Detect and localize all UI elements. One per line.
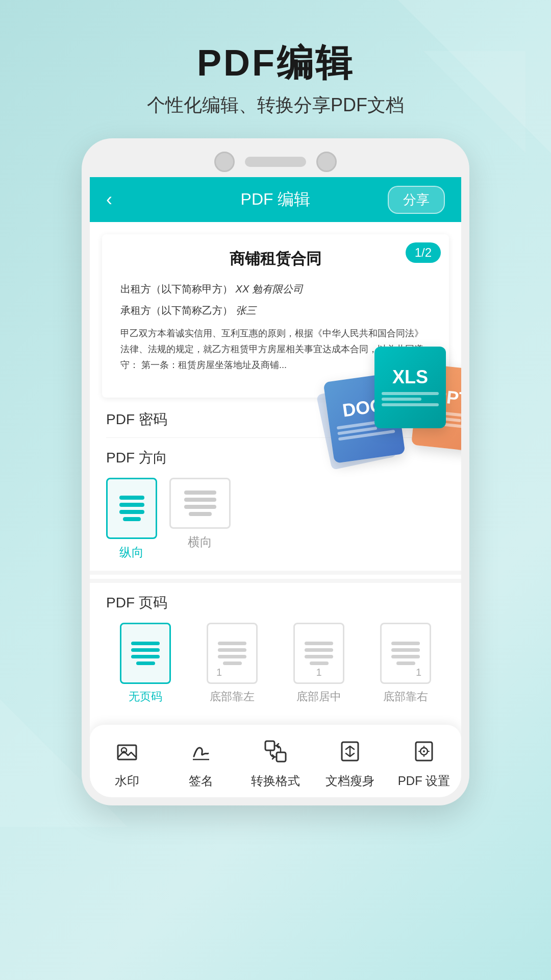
portrait-label: 纵向 (119, 544, 144, 560)
share-button[interactable]: 分享 (388, 186, 445, 214)
pagecode-bottom-left[interactable]: 1 底部靠左 (193, 623, 271, 704)
main-title: PDF编辑 (0, 41, 551, 85)
orient-line-p1 (119, 496, 144, 500)
phone-camera-left (214, 152, 235, 172)
doc-line-1-prefix: 出租方（以下简称甲方） (120, 283, 233, 295)
bottom-toolbar: 水印 签名 (90, 725, 461, 797)
toolbar-compress[interactable]: 文档瘦身 (313, 735, 387, 789)
file-label-xls: XLS (392, 366, 428, 388)
convert-icon (259, 735, 292, 768)
num-badge-br: 1 (416, 667, 421, 678)
watermark-icon (111, 735, 143, 768)
pc-line-bl2 (218, 648, 246, 652)
orient-line-p2 (119, 503, 144, 507)
pagecode-br-icon: 1 (380, 623, 431, 684)
pagecode-options: 无页码 1 底部靠左 (106, 623, 445, 704)
pc-line-n4 (136, 662, 155, 665)
pc-line-bl1 (218, 642, 246, 645)
num-badge-bc: 1 (316, 667, 321, 678)
file-line-xls-2 (382, 398, 421, 401)
back-button[interactable]: ‹ (106, 189, 112, 210)
app-header-bar: ‹ PDF 编辑 分享 (90, 177, 461, 222)
page-badge: 1/2 (406, 242, 441, 263)
sub-title: 个性化编辑、转换分享PDF文档 (0, 93, 551, 118)
orient-line-l3 (184, 505, 216, 509)
doc-title: 商铺租赁合同 (120, 249, 431, 270)
file-formats-container: DOC XLS (329, 347, 461, 489)
settings-icon (408, 735, 440, 768)
orient-line-p3 (119, 510, 144, 514)
pagecode-section: PDF 页码 无页码 (90, 579, 461, 717)
pc-line-br3 (391, 655, 420, 658)
pc-line-n1 (131, 642, 160, 645)
app-bar-title: PDF 编辑 (241, 188, 311, 211)
doc-line-1: 出租方（以下简称甲方） XX 勉有限公司 (120, 280, 431, 298)
pagecode-none-label: 无页码 (129, 689, 162, 704)
phone-camera-right (316, 152, 337, 172)
pc-line-bl3 (218, 655, 246, 658)
pagecode-title: PDF 页码 (106, 593, 445, 612)
pagecode-bottom-right[interactable]: 1 底部靠右 (366, 623, 445, 704)
pc-line-n2 (131, 648, 160, 652)
pagecode-bottom-center[interactable]: 1 底部居中 (280, 623, 358, 704)
pc-line-br4 (396, 662, 415, 665)
pc-line-n3 (131, 655, 160, 658)
pagecode-bc-label: 底部居中 (296, 689, 341, 704)
toolbar-settings[interactable]: PDF 设置 (387, 735, 461, 789)
doc-line-2: 承租方（以下简称乙方） 张三 (120, 301, 431, 320)
pc-line-br1 (391, 642, 420, 645)
orientation-options: 纵向 横向 (106, 478, 445, 560)
file-lines-xls (382, 392, 439, 409)
settings-label: PDF 设置 (398, 773, 450, 789)
toolbar-items: 水印 签名 (90, 735, 461, 789)
pagecode-br-label: 底部靠右 (383, 689, 428, 704)
pc-line-bl4 (223, 662, 242, 665)
watermark-label: 水印 (115, 773, 139, 789)
pagecode-bc-icon: 1 (293, 623, 344, 684)
pc-line-bc2 (305, 648, 333, 652)
portrait-icon (106, 478, 157, 539)
landscape-icon (169, 478, 231, 529)
pagecode-none-icon (120, 623, 171, 684)
header-section: PDF编辑 个性化编辑、转换分享PDF文档 (0, 0, 551, 138)
pagecode-bl-label: 底部靠左 (210, 689, 255, 704)
pc-line-bc3 (305, 655, 333, 658)
convert-label: 转换格式 (251, 773, 300, 789)
orient-line-l4 (189, 512, 212, 516)
doc-line-2-value: 张三 (236, 305, 256, 316)
compress-label: 文档瘦身 (325, 773, 374, 789)
toolbar-signature[interactable]: 签名 (164, 735, 239, 789)
phone-notch (90, 146, 461, 177)
svg-rect-3 (265, 741, 274, 750)
orientation-portrait[interactable]: 纵向 (106, 478, 157, 560)
phone-screen: ‹ PDF 编辑 分享 1/2 商铺租赁合同 出租方（以下简称甲方） XX 勉有… (90, 177, 461, 797)
landscape-label: 横向 (188, 534, 212, 550)
orientation-landscape[interactable]: 横向 (169, 478, 231, 550)
orient-line-l2 (184, 498, 216, 502)
signature-label: 签名 (189, 773, 213, 789)
pagecode-none[interactable]: 无页码 (106, 623, 185, 704)
pc-line-bc1 (305, 642, 333, 645)
pagecode-wrapper: PDF 页码 无页码 (90, 571, 461, 717)
svg-rect-4 (277, 752, 286, 762)
file-card-xls: XLS (374, 347, 446, 428)
toolbar-convert[interactable]: 转换格式 (238, 735, 313, 789)
pc-line-bc4 (310, 662, 329, 665)
signature-icon (185, 735, 217, 768)
pc-line-br2 (391, 648, 420, 652)
svg-point-9 (423, 750, 425, 752)
phone-speaker (245, 157, 306, 167)
pagecode-bl-icon: 1 (207, 623, 258, 684)
toolbar-watermark[interactable]: 水印 (90, 735, 164, 789)
doc-line-1-value: XX 勉有限公司 (236, 283, 303, 295)
orient-line-p4 (123, 517, 141, 521)
phone-mockup: ‹ PDF 编辑 分享 1/2 商铺租赁合同 出租方（以下简称甲方） XX 勉有… (82, 138, 469, 805)
file-line-xls-3 (382, 403, 439, 406)
doc-line-2-prefix: 承租方（以下简称乙方） (120, 305, 233, 316)
orient-line-l1 (184, 491, 216, 495)
file-line-xls-1 (382, 392, 439, 395)
num-badge-bl: 1 (216, 667, 222, 678)
svg-rect-0 (118, 745, 136, 760)
compress-icon (334, 735, 366, 768)
phone-outer: ‹ PDF 编辑 分享 1/2 商铺租赁合同 出租方（以下简称甲方） XX 勉有… (82, 138, 469, 805)
